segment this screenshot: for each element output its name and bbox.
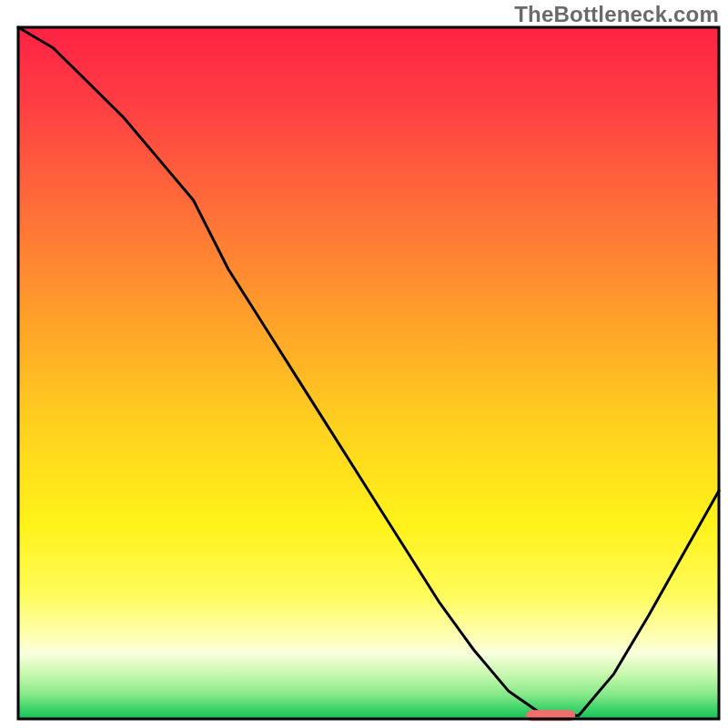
chart-stage: TheBottleneck.com	[0, 0, 728, 728]
bottleneck-chart	[0, 0, 728, 728]
plot-background	[18, 27, 719, 719]
